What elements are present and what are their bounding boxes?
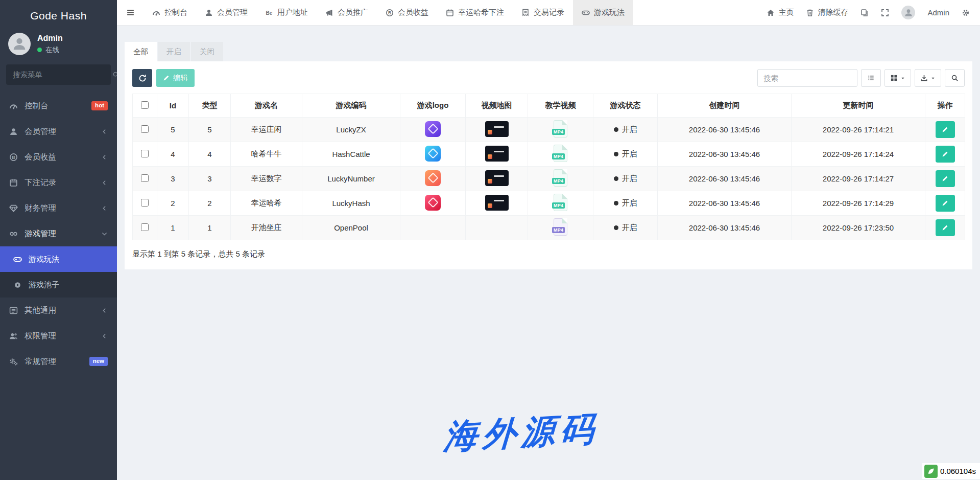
header-status[interactable]: 游戏状态 [593,94,658,118]
tutorial-video-icon[interactable]: MP4 [554,194,567,211]
status-label: 开启 [622,125,637,134]
header-created[interactable]: 创建时间 [658,94,792,118]
toggle-view-button[interactable] [861,69,881,87]
tutorial-video-icon[interactable]: MP4 [554,218,567,236]
sidebar-item-member-earnings[interactable]: 会员收益 [0,144,117,170]
topbar-avatar[interactable] [901,6,915,19]
clear-cache-button[interactable]: 清除缓存 [806,8,848,17]
row-checkbox[interactable] [141,199,149,207]
chevron-left-icon [101,333,108,339]
status-label: 开启 [622,198,637,208]
sidebar-item-other-general[interactable]: 其他通用 [0,298,117,323]
status-dot [614,152,618,156]
copy-page-button[interactable] [861,9,869,17]
dashboard-icon [9,102,18,110]
fullscreen-icon [881,9,889,17]
status-badge: 开启 [614,198,637,208]
row-edit-button[interactable] [936,170,955,187]
cell-updated: 2022-09-26 17:14:29 [792,191,925,216]
columns-button[interactable] [885,69,911,87]
video-map-thumbnail[interactable] [485,195,509,211]
pencil-icon [163,75,170,81]
row-checkbox[interactable] [141,150,149,157]
table-search-input[interactable] [757,69,857,87]
row-checkbox[interactable] [141,223,149,231]
sidebar-item-finance[interactable]: 财务管理 [0,195,117,221]
menu-toggle-button[interactable] [117,0,144,25]
sidebar-item-game-management[interactable]: 游戏管理 [0,221,117,246]
sidebar-item-permissions[interactable]: 权限管理 [0,323,117,349]
avatar[interactable] [8,33,31,55]
header-type[interactable]: 类型 [189,94,231,118]
tutorial-video-icon[interactable]: MP4 [554,120,567,138]
search-toggle-button[interactable] [945,69,965,87]
columns-icon [890,74,898,82]
topnav-tab-member-promotion[interactable]: 会员推广 [317,0,377,25]
select-all-checkbox[interactable] [141,101,149,109]
topnav-tab-label: 会员管理 [217,8,248,17]
video-map-thumbnail[interactable] [485,170,509,186]
header-name[interactable]: 游戏名 [231,94,302,118]
video-map-thumbnail[interactable] [485,146,509,162]
sidebar-item-console[interactable]: 控制台 hot [0,93,117,119]
topbar-username[interactable]: Admin [927,8,949,17]
topnav-tab-lucky-hash-bet[interactable]: 幸运哈希下注 [437,0,513,25]
sidebar-item-bet-records[interactable]: 下注记录 [0,170,117,195]
pencil-icon [942,151,948,157]
home-link[interactable]: 主页 [767,8,794,17]
header-updated[interactable]: 更新时间 [792,94,925,118]
row-checkbox[interactable] [141,125,149,133]
tutorial-video-icon[interactable]: MP4 [554,145,567,162]
export-button[interactable] [915,69,941,87]
status-badge: 开启 [614,223,637,233]
sidebar-menu: 控制台 hot 会员管理 会员收益 下注记录 财务管理 [0,93,117,374]
refresh-button[interactable] [132,69,152,87]
row-edit-button[interactable] [936,219,955,236]
pencil-icon [942,200,948,207]
header-logo[interactable]: 游戏logo [400,94,466,118]
fullscreen-button[interactable] [881,9,889,17]
sidebar-item-game-pool[interactable]: 游戏池子 [0,272,117,298]
file-type-label: MP4 [552,178,565,184]
header-id[interactable]: Id [157,94,189,118]
row-edit-button[interactable] [936,121,955,138]
edit-button[interactable]: 编辑 [156,69,195,87]
sidebar-item-members[interactable]: 会员管理 [0,119,117,144]
cell-created: 2022-06-30 13:45:46 [658,191,792,216]
row-edit-button[interactable] [936,195,955,212]
tab-closed[interactable]: 关闭 [191,42,223,61]
topnav-tab-game-play[interactable]: 游戏玩法 [573,0,633,25]
sidebar-item-general-management[interactable]: 常规管理 new [0,349,117,374]
tutorial-video-icon[interactable]: MP4 [554,169,567,187]
topnav-tab-transactions[interactable]: 交易记录 [513,0,573,25]
row-checkbox[interactable] [141,174,149,182]
list-alt-icon [9,306,18,315]
bitcoin-icon [9,153,18,162]
sidebar-item-label: 下注记录 [25,177,94,188]
tab-open[interactable]: 开启 [158,42,190,61]
sidebar-search-input[interactable] [13,71,108,79]
sidebar-item-label: 常规管理 [25,356,83,367]
topnav-tab-label: 控制台 [164,8,187,17]
header-code[interactable]: 游戏编码 [302,94,400,118]
header-tutorial[interactable]: 教学视频 [528,94,593,118]
video-map-thumbnail[interactable] [485,121,509,137]
user-name: Admin [37,34,63,43]
gamepad-icon [13,255,22,264]
topnav-tab-user-address[interactable]: 用户地址 [256,0,317,25]
table-header-row: Id 类型 游戏名 游戏编码 游戏logo 视频地图 教学视频 游戏状态 创建时… [133,94,965,118]
cell-created: 2022-06-30 13:45:46 [658,142,792,167]
sidebar-search [6,64,111,85]
topnav-tab-console[interactable]: 控制台 [144,0,196,25]
settings-button[interactable] [962,9,970,17]
game-logo [425,121,441,137]
cell-code: LuckyHash [302,191,400,216]
cell-code: LuckyNumber [302,167,400,191]
tab-all[interactable]: 全部 [125,42,157,61]
topnav-tab-member-earnings[interactable]: 会员收益 [377,0,437,25]
header-video-map[interactable]: 视频地图 [466,94,528,118]
topnav-tab-members[interactable]: 会员管理 [196,0,256,25]
sidebar-item-game-play[interactable]: 游戏玩法 [0,246,117,272]
row-edit-button[interactable] [936,146,955,163]
gears-icon [9,357,18,366]
